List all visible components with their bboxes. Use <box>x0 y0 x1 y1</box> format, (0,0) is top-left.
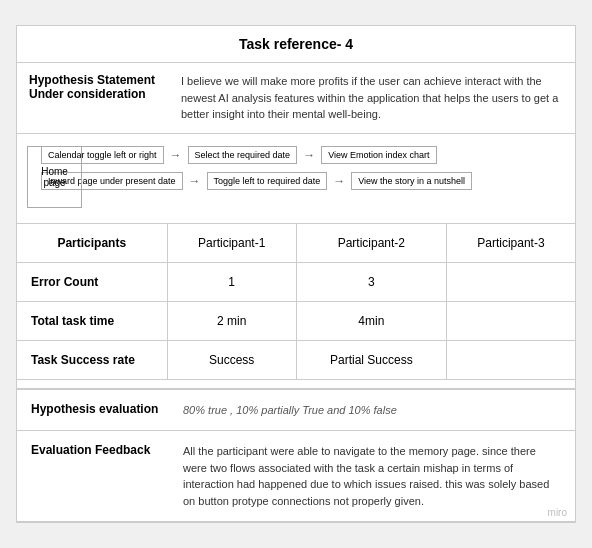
hypothesis-row: Hypothesis Statement Under consideration… <box>17 63 575 134</box>
hypothesis-label: Hypothesis Statement Under consideration <box>29 73 169 123</box>
success-rate-p2: Partial Success <box>296 340 446 379</box>
participant3-header: Participant-3 <box>446 224 575 263</box>
arrow-4: → <box>333 174 345 188</box>
participants-table: Participants Participant-1 Participant-2… <box>17 224 575 380</box>
arrow-3: → <box>189 174 201 188</box>
task-card: Task reference- 4 Hypothesis Statement U… <box>16 25 576 523</box>
home-page-label: Home page <box>36 166 73 188</box>
task-time-p3 <box>446 301 575 340</box>
home-page-node: Home page <box>27 146 82 208</box>
success-rate-label: Task Success rate <box>17 340 167 379</box>
error-count-p3 <box>446 262 575 301</box>
view-emotion-node: View Emotion index chart <box>321 146 436 164</box>
evaluation-feedback-row: Evaluation Feedback All the participant … <box>17 431 575 522</box>
arrow-1: → <box>170 148 182 162</box>
task-time-p2: 4min <box>296 301 446 340</box>
task-time-label: Total task time <box>17 301 167 340</box>
task-time-p1: 2 min <box>167 301 296 340</box>
lower-flow: Inward page under present date → Toggle … <box>41 172 559 190</box>
evaluation-feedback-label: Evaluation Feedback <box>31 443 171 509</box>
arrow-2: → <box>303 148 315 162</box>
participant2-header: Participant-2 <box>296 224 446 263</box>
hypothesis-eval-text: 80% true , 10% partially True and 10% fa… <box>183 402 397 419</box>
toggle-left-node: Toggle left to required date <box>207 172 328 190</box>
task-time-row: Total task time 2 min 4min <box>17 301 575 340</box>
card-title: Task reference- 4 <box>17 26 575 63</box>
miro-branding: miro <box>548 507 567 518</box>
header-row: Participants Participant-1 Participant-2… <box>17 224 575 263</box>
hypothesis-eval-label: Hypothesis evaluation <box>31 402 171 419</box>
error-count-p1: 1 <box>167 262 296 301</box>
select-date-node: Select the required date <box>188 146 298 164</box>
error-count-p2: 3 <box>296 262 446 301</box>
flow-diagram: Home page Calendar toggle left or right … <box>17 134 575 224</box>
success-rate-p3 <box>446 340 575 379</box>
error-count-label: Error Count <box>17 262 167 301</box>
success-rate-p1: Success <box>167 340 296 379</box>
error-count-row: Error Count 1 3 <box>17 262 575 301</box>
evaluation-feedback-text: All the participant were able to navigat… <box>183 443 561 509</box>
upper-flow: Calendar toggle left or right → Select t… <box>41 146 559 164</box>
participant1-header: Participant-1 <box>167 224 296 263</box>
view-story-node: View the story in a nutshell <box>351 172 472 190</box>
hypothesis-text: I believe we will make more profits if t… <box>181 73 563 123</box>
success-rate-row: Task Success rate Success Partial Succes… <box>17 340 575 379</box>
hypothesis-evaluation-row: Hypothesis evaluation 80% true , 10% par… <box>17 388 575 432</box>
participants-header: Participants <box>17 224 167 263</box>
